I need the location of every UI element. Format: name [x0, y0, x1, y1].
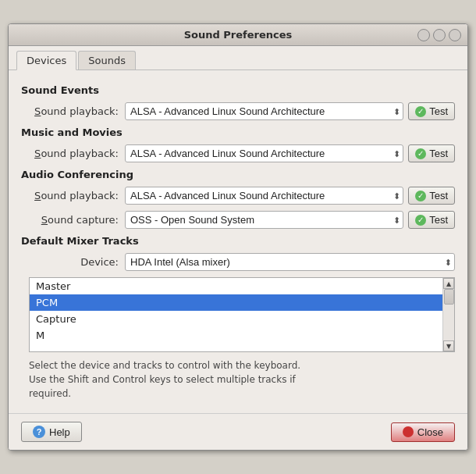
audio-conf-title: Audio Conferencing: [21, 169, 455, 180]
audio-conf-capture-test-button[interactable]: ✓ Test: [408, 211, 455, 229]
scroll-down-button[interactable]: ▼: [443, 340, 454, 351]
close-window-button[interactable]: [449, 29, 461, 41]
help-icon: ?: [33, 426, 45, 438]
scroll-thumb[interactable]: [444, 289, 454, 305]
tab-bar: Devices Sounds: [9, 46, 467, 70]
mixer-tracks: Master PCM Capture M: [30, 278, 442, 351]
mixer-device-select[interactable]: HDA Intel (Alsa mixer): [125, 253, 455, 271]
maximize-button[interactable]: [433, 29, 446, 41]
mixer-help-text: Select the device and tracks to control …: [29, 358, 455, 401]
titlebar: Sound Preferences: [9, 24, 467, 46]
music-movies-title: Music and Movies: [21, 127, 455, 138]
audio-conf-capture-select[interactable]: OSS - Open Sound System: [125, 211, 403, 229]
scroll-track: [443, 289, 454, 340]
footer: ? Help Close: [9, 413, 467, 450]
audio-conf-capture-row: Sound capture: OSS - Open Sound System ⬍…: [21, 211, 455, 229]
mixer-device-row: Device: HDA Intel (Alsa mixer) ⬍: [21, 253, 455, 271]
mixer-track-master[interactable]: Master: [30, 278, 442, 294]
audio-conf-playback-select[interactable]: ALSA - Advanced Linux Sound Architecture: [125, 187, 403, 205]
tab-devices[interactable]: Devices: [16, 51, 76, 70]
check-icon: ✓: [415, 106, 426, 117]
audio-conf-playback-label: Sound playback:: [29, 190, 119, 201]
mixer-scrollbar: ▲ ▼: [442, 278, 454, 351]
sound-events-playback-select[interactable]: ALSA - Advanced Linux Sound Architecture: [125, 102, 403, 120]
mixer-track-list: Master PCM Capture M ▲ ▼: [29, 277, 455, 352]
sound-events-title: Sound Events: [21, 84, 455, 96]
mixer-track-pcm[interactable]: PCM: [30, 294, 442, 311]
mixer-track-capture[interactable]: Capture: [30, 311, 442, 327]
audio-conf-playback-select-wrap: ALSA - Advanced Linux Sound Architecture…: [125, 187, 403, 205]
music-movies-playback-label: Sound playback:: [29, 148, 119, 159]
close-button[interactable]: Close: [391, 422, 455, 442]
check-icon-2: ✓: [415, 148, 426, 159]
audio-conf-playback-row: Sound playback: ALSA - Advanced Linux So…: [21, 187, 455, 205]
check-icon-4: ✓: [415, 215, 426, 226]
help-button[interactable]: ? Help: [21, 422, 82, 442]
music-movies-playback-row: Sound playback: ALSA - Advanced Linux So…: [21, 144, 455, 162]
mixer-device-select-wrap: HDA Intel (Alsa mixer) ⬍: [125, 253, 455, 271]
sound-preferences-window: Sound Preferences Devices Sounds Sound E…: [8, 23, 468, 451]
mixer-title: Default Mixer Tracks: [21, 235, 455, 247]
music-movies-test-button[interactable]: ✓ Test: [408, 144, 455, 162]
check-icon-3: ✓: [415, 191, 426, 201]
music-movies-section: Music and Movies Sound playback: ALSA - …: [21, 127, 455, 162]
mixer-section: Default Mixer Tracks Device: HDA Intel (…: [21, 235, 455, 401]
sound-events-section: Sound Events Sound playback: ALSA - Adva…: [21, 84, 455, 120]
music-movies-playback-select[interactable]: ALSA - Advanced Linux Sound Architecture: [125, 144, 403, 162]
sound-events-playback-select-wrap: ALSA - Advanced Linux Sound Architecture…: [125, 102, 403, 120]
minimize-button[interactable]: [417, 29, 430, 41]
mixer-track-m[interactable]: M: [30, 327, 442, 344]
window-title: Sound Preferences: [184, 29, 293, 41]
audio-conf-playback-test-button[interactable]: ✓ Test: [408, 187, 455, 205]
sound-events-playback-row: Sound playback: ALSA - Advanced Linux So…: [21, 102, 455, 120]
music-movies-playback-select-wrap: ALSA - Advanced Linux Sound Architecture…: [125, 144, 403, 162]
content-area: Sound Events Sound playback: ALSA - Adva…: [9, 70, 467, 413]
audio-conf-section: Audio Conferencing Sound playback: ALSA …: [21, 169, 455, 229]
audio-conf-capture-label: Sound capture:: [29, 214, 119, 226]
tab-sounds[interactable]: Sounds: [78, 51, 136, 69]
sound-events-playback-label: Sound playback:: [29, 105, 119, 117]
close-dot-icon: [403, 426, 414, 437]
window-controls: [417, 29, 461, 41]
sound-events-test-button[interactable]: ✓ Test: [408, 102, 455, 120]
audio-conf-capture-select-wrap: OSS - Open Sound System ⬍: [125, 211, 403, 229]
scroll-up-button[interactable]: ▲: [443, 278, 454, 289]
mixer-device-label: Device:: [29, 256, 119, 268]
